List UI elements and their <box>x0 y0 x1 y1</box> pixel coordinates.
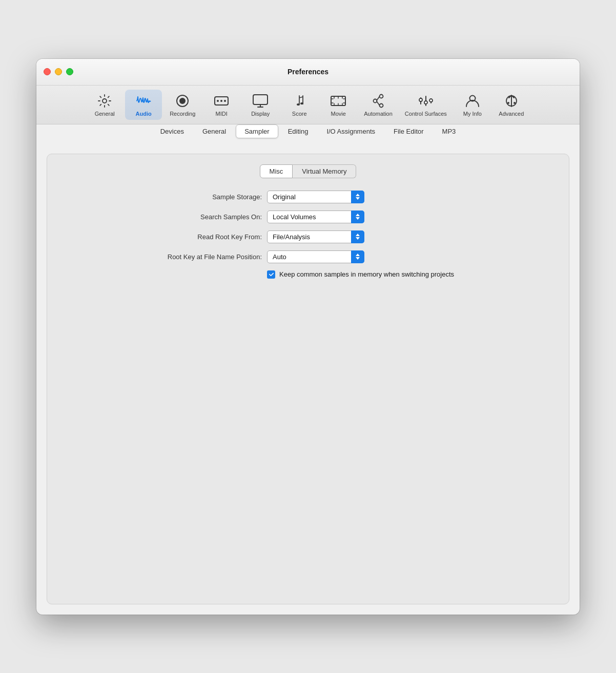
root-key-position-select[interactable]: Auto 0 1 2 3 <box>267 250 364 263</box>
toolbar-item-midi[interactable]: MIDI <box>203 90 240 120</box>
subtab-mp3[interactable]: MP3 <box>434 124 465 138</box>
read-root-key-select[interactable]: File/Analysis File Analysis <box>267 230 364 243</box>
read-root-key-label: Read Root Key From: <box>154 233 267 241</box>
movie-icon <box>330 93 346 109</box>
sample-storage-select-wrapper: Original Copy Move <box>267 191 364 203</box>
advanced-icon <box>503 93 520 109</box>
traffic-lights <box>44 68 73 75</box>
root-key-position-label: Root Key at File Name Position: <box>154 253 267 261</box>
toolbar-item-movie[interactable]: Movie <box>320 90 357 120</box>
subtab-io-assignments[interactable]: I/O Assignments <box>318 124 384 138</box>
svg-point-1 <box>179 98 186 104</box>
read-root-key-row: Read Root Key From: File/Analysis File A… <box>154 230 462 243</box>
toolbar-label-my-info: My Info <box>463 111 482 117</box>
toolbar-label-midi: MIDI <box>216 111 228 117</box>
toolbar-label-general: General <box>95 111 115 117</box>
svg-point-7 <box>297 103 300 106</box>
subtab-file-editor[interactable]: File Editor <box>385 124 433 138</box>
svg-point-11 <box>374 99 377 102</box>
toolbar-item-general[interactable]: General <box>86 90 123 120</box>
sampler-tab-virtual-memory[interactable]: Virtual Memory <box>293 164 356 178</box>
record-icon <box>174 93 191 109</box>
subtab-editing[interactable]: Editing <box>279 124 317 138</box>
search-samples-label: Search Samples On: <box>154 213 267 221</box>
waveform-icon <box>135 93 152 109</box>
automation-icon <box>370 93 386 109</box>
keep-samples-checkbox[interactable] <box>267 270 275 279</box>
midi-icon <box>213 93 230 109</box>
minimize-button[interactable] <box>55 68 62 75</box>
svg-point-3 <box>217 100 219 102</box>
window-title: Preferences <box>288 68 328 76</box>
root-key-position-select-wrapper: Auto 0 1 2 3 <box>267 250 364 263</box>
svg-point-8 <box>300 102 303 104</box>
toolbar-item-control-surfaces[interactable]: Control Surfaces <box>400 90 452 120</box>
toolbar-label-advanced: Advanced <box>499 111 524 117</box>
toolbar-label-audio: Audio <box>136 111 152 117</box>
sample-storage-label: Sample Storage: <box>154 193 267 201</box>
sample-storage-row: Sample Storage: Original Copy Move <box>154 191 462 203</box>
svg-point-21 <box>507 102 509 104</box>
toolbar-label-display: Display <box>251 111 270 117</box>
toolbar-item-display[interactable]: Display <box>242 90 279 120</box>
main-content: Misc Virtual Memory Sample Storage: Orig… <box>36 145 580 615</box>
svg-point-22 <box>514 102 516 104</box>
form-section: Sample Storage: Original Copy Move <box>57 191 559 279</box>
svg-point-4 <box>220 100 222 102</box>
titlebar: Preferences <box>36 59 580 86</box>
search-samples-row: Search Samples On: Local Volumes All Vol… <box>154 211 462 223</box>
display-icon <box>252 93 269 109</box>
svg-point-17 <box>424 101 427 104</box>
toolbar: General Audio Recording <box>36 86 580 124</box>
search-samples-select-wrapper: Local Volumes All Volumes Custom <box>267 211 364 223</box>
svg-point-12 <box>380 103 383 107</box>
person-icon <box>464 93 481 109</box>
subtabs-bar: Devices General Sampler Editing I/O Assi… <box>36 124 580 138</box>
toolbar-label-control-surfaces: Control Surfaces <box>405 111 447 117</box>
toolbar-item-score[interactable]: Score <box>281 90 318 120</box>
toolbar-label-recording: Recording <box>170 111 195 117</box>
read-root-key-select-wrapper: File/Analysis File Analysis <box>267 230 364 243</box>
preferences-window: Preferences General Audio <box>36 59 580 615</box>
control-icon <box>418 93 434 109</box>
keep-samples-checkbox-row[interactable]: Keep common samples in memory when switc… <box>154 270 462 279</box>
score-icon <box>291 93 307 109</box>
search-samples-select[interactable]: Local Volumes All Volumes Custom <box>267 211 364 223</box>
svg-point-16 <box>419 98 422 101</box>
sampler-tab-misc[interactable]: Misc <box>260 164 293 178</box>
svg-point-18 <box>429 99 433 102</box>
checkmark-icon <box>269 271 274 277</box>
subtab-devices[interactable]: Devices <box>152 124 193 138</box>
sample-storage-select[interactable]: Original Copy Move <box>267 191 364 203</box>
gear-icon <box>96 93 113 109</box>
toolbar-item-advanced[interactable]: Advanced <box>493 90 530 120</box>
subtab-general[interactable]: General <box>194 124 235 138</box>
content-panel: Misc Virtual Memory Sample Storage: Orig… <box>47 154 569 604</box>
toolbar-item-automation[interactable]: Automation <box>359 90 398 120</box>
subtab-sampler[interactable]: Sampler <box>236 124 278 138</box>
toolbar-label-automation: Automation <box>364 111 393 117</box>
toolbar-item-my-info[interactable]: My Info <box>454 90 491 120</box>
sampler-subtabs: Misc Virtual Memory <box>57 164 559 178</box>
toolbar-label-score: Score <box>292 111 307 117</box>
toolbar-item-audio[interactable]: Audio <box>125 90 162 120</box>
svg-point-10 <box>380 94 383 98</box>
toolbar-label-movie: Movie <box>331 111 346 117</box>
svg-rect-6 <box>253 95 268 104</box>
svg-point-5 <box>224 100 226 102</box>
toolbar-item-recording[interactable]: Recording <box>164 90 201 120</box>
root-key-position-row: Root Key at File Name Position: Auto 0 1… <box>154 250 462 263</box>
keep-samples-label: Keep common samples in memory when switc… <box>279 270 454 278</box>
maximize-button[interactable] <box>66 68 73 75</box>
close-button[interactable] <box>44 68 51 75</box>
